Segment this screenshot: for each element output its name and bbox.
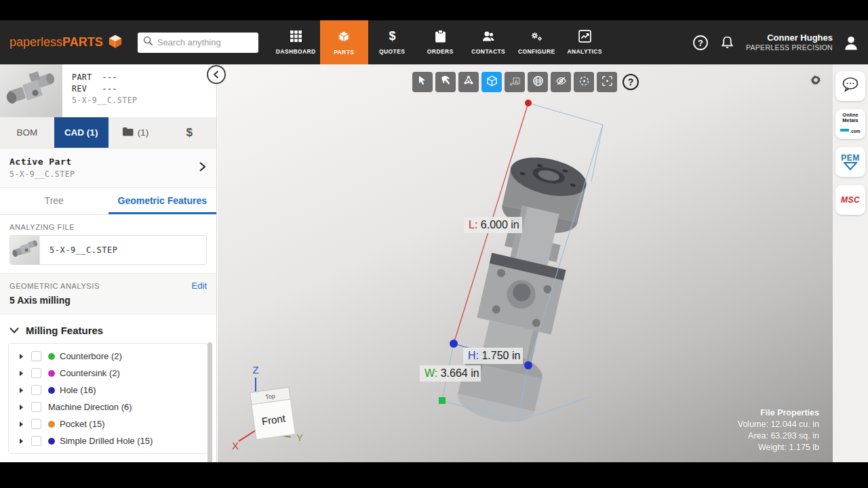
tab-files[interactable]: (1) (108, 117, 163, 148)
viewer-help-button[interactable]: ? (623, 74, 639, 90)
expand-arrow-icon[interactable] (20, 371, 23, 376)
edit-link[interactable]: Edit (192, 281, 207, 291)
gears-icon (530, 30, 543, 45)
help-icon[interactable]: ? (692, 34, 709, 52)
nav-label: PARTS (334, 49, 354, 56)
nav-label: DASHBOARD (276, 48, 316, 55)
nav-orders[interactable]: ORDERS (416, 20, 465, 64)
part-header: PART --- REV --- 5-X-9__C.STEP (0, 64, 216, 117)
feature-row-counterbore[interactable]: Counterbore (2) (9, 348, 208, 365)
feature-row-countersink[interactable]: Countersink (2) (9, 365, 208, 382)
screen: paperlessPARTS DASHBOARD PARTS (0, 0, 868, 488)
feature-checkbox[interactable] (31, 402, 41, 412)
milling-features-header[interactable]: Milling Features (0, 314, 216, 342)
expand-arrow-icon[interactable] (20, 422, 23, 427)
tab-bom[interactable]: BOM (0, 117, 54, 148)
feature-checkbox[interactable] (31, 419, 41, 429)
annotate-tool-button[interactable]: A (505, 72, 525, 92)
nav-analytics[interactable]: ANALYTICS (561, 20, 609, 64)
h-endpoint-blue (524, 361, 532, 369)
view-cube: Top Front (250, 387, 295, 439)
msc-button[interactable]: MSC (835, 185, 865, 215)
tab-cad[interactable]: CAD (1) (54, 117, 108, 148)
expand-arrow-icon[interactable] (20, 405, 23, 410)
feature-color-dot (48, 387, 55, 394)
feature-label: Counterbore (2) (60, 351, 122, 361)
target-dashed-icon (578, 75, 590, 89)
file-properties-area: Area: 63.293 sq. in (738, 430, 819, 442)
active-part-filename: 5-X-9__C.STEP (9, 169, 75, 179)
clipboard-icon (435, 30, 446, 45)
feature-row-simple-drilled-hole[interactable]: Simple Drilled Hole (15) (9, 432, 208, 449)
measure-tool-button[interactable] (458, 72, 479, 92)
feature-checkbox[interactable] (31, 436, 41, 446)
eye-slash-icon (555, 75, 567, 89)
expand-arrow-icon[interactable] (20, 439, 23, 444)
svg-text:?: ? (698, 37, 703, 47)
viewer-toolbar: A ? (412, 72, 639, 92)
select-tool-button[interactable] (412, 72, 433, 92)
paperless-parts-logo[interactable]: paperlessPARTS (9, 34, 123, 52)
chevron-right-icon[interactable] (197, 161, 207, 175)
nav-quotes[interactable]: $ QUOTES (368, 20, 416, 64)
tab-label: BOM (16, 127, 37, 138)
expand-arrow-icon[interactable] (20, 388, 23, 393)
analyzing-filename: 5-X-9__C.STEP (50, 245, 117, 255)
nav-parts[interactable]: PARTS (320, 20, 368, 64)
focus-tool-button[interactable] (597, 72, 617, 92)
feature-row-machine-direction[interactable]: Machine Direction (6) (9, 399, 208, 415)
hide-tool-button[interactable] (551, 72, 571, 92)
search-input[interactable] (157, 37, 252, 47)
feature-label: Pocket (15) (60, 419, 104, 429)
rev-value: --- (102, 84, 117, 94)
feature-checkbox[interactable] (31, 368, 41, 378)
user-info[interactable]: Conner Hughes PAPERLESS PRECISION (746, 33, 833, 52)
viewer-settings-gear-icon[interactable] (810, 74, 822, 89)
nav-label: ORDERS (427, 48, 454, 55)
geometric-analysis-label: GEOMETRIC ANALYSIS (9, 282, 100, 290)
online-metals-button[interactable]: Online Metals .com (835, 109, 865, 139)
active-part-row[interactable]: Active Part 5-X-9__C.STEP (0, 148, 216, 188)
feature-row-pocket[interactable]: Pocket (15) (9, 415, 208, 432)
people-icon (481, 30, 495, 45)
assembly-icon (463, 75, 474, 89)
feature-checkbox[interactable] (31, 385, 41, 395)
panel-scrollbar[interactable] (208, 342, 212, 471)
hammer-icon (440, 75, 451, 89)
dollar-tab-icon: $ (186, 126, 192, 140)
part-metadata: PART --- REV --- 5-X-9__C.STEP (62, 64, 138, 117)
avatar[interactable] (842, 34, 860, 52)
collapse-panel-button[interactable] (207, 65, 226, 84)
globe-tool-button[interactable] (528, 72, 548, 92)
nav-dashboard[interactable]: DASHBOARD (272, 20, 320, 64)
subtab-tree[interactable]: Tree (0, 188, 108, 214)
part-thumbnail[interactable] (0, 64, 62, 117)
file-properties-volume: Volume: 12.044 cu. in (738, 419, 819, 430)
pem-button[interactable]: PEM (835, 147, 865, 177)
target-tool-button[interactable] (574, 72, 594, 92)
chat-widget-button[interactable] (835, 71, 865, 101)
cad-viewport[interactable]: L: 6.000 in H: 1.750 in W: 3.664 in (218, 64, 833, 462)
w-dimension-label: W: 3.664 in (420, 365, 481, 382)
feature-label: Hole (16) (60, 385, 96, 395)
tab-pricing[interactable]: $ (162, 117, 216, 148)
pick-tool-button[interactable] (435, 72, 456, 92)
tab-label: CAD (1) (64, 127, 98, 138)
notifications-bell-icon[interactable] (719, 34, 736, 52)
feature-row-hole[interactable]: Hole (16) (9, 382, 208, 399)
chevron-down-icon (9, 324, 19, 336)
nav-label: ANALYTICS (567, 48, 601, 55)
expand-arrow-icon[interactable] (20, 354, 23, 359)
nav-configure[interactable]: CONFIGURE (513, 20, 561, 64)
nav-label: CONTACTS (471, 48, 505, 55)
bounding-box-tool-button[interactable] (481, 72, 502, 92)
logo-text-bold: PARTS (62, 35, 103, 49)
svg-text:$: $ (389, 30, 395, 43)
feature-checkbox[interactable] (31, 351, 41, 361)
subtab-geometric-features[interactable]: Geometric Features (108, 188, 217, 214)
svg-text:L: 6.000 in: L: 6.000 in (469, 219, 519, 230)
geometric-analysis-section: GEOMETRIC ANALYSIS Edit 5 Axis milling (0, 273, 216, 314)
feature-color-dot (48, 370, 55, 377)
nav-contacts[interactable]: CONTACTS (465, 20, 513, 64)
analyzing-file-box[interactable]: 5-X-9__C.STEP (9, 235, 207, 265)
